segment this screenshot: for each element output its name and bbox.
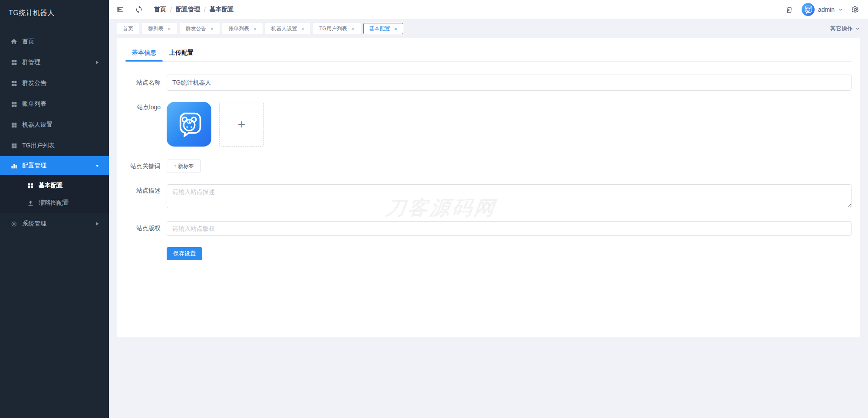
site-copyright-input[interactable]	[167, 221, 852, 236]
tab-label: 群列表	[148, 25, 164, 33]
site-description-label: 站点描述	[125, 184, 167, 195]
tab-label: 群发公告	[186, 25, 207, 33]
sidebar-item-label: 缩略图配置	[39, 199, 69, 207]
tab-bill-list[interactable]: 账单列表 ×	[222, 23, 263, 34]
collapse-menu-button[interactable]	[115, 4, 126, 15]
sidebar-item-basic-config[interactable]: 基本配置	[0, 177, 109, 194]
refresh-icon[interactable]	[133, 4, 145, 15]
site-logo-label: 站点logo	[125, 102, 167, 111]
tab-robot-settings[interactable]: 机器人设置 ×	[265, 23, 311, 34]
caret-right-icon	[95, 60, 99, 65]
grid-icon	[10, 101, 17, 108]
chevron-down-icon	[855, 26, 860, 31]
sidebar-item-label: 账单列表	[22, 100, 46, 108]
breadcrumb-item-home[interactable]: 首页	[154, 6, 166, 13]
more-actions-label: 其它操作	[830, 25, 853, 33]
sidebar-submenu-config: 基本配置 缩略图配置	[0, 175, 109, 213]
breadcrumb-separator: /	[204, 6, 206, 13]
sidebar-item-robot-settings[interactable]: 机器人设置	[0, 114, 109, 135]
sidebar-item-group-announcement[interactable]: 群发公告	[0, 73, 109, 94]
sidebar-item-label: 配置管理	[22, 162, 46, 170]
bear-logo-icon	[174, 109, 205, 140]
site-name-input[interactable]	[167, 75, 852, 91]
tab-label: 机器人设置	[271, 25, 297, 33]
tab-label: 账单列表	[228, 25, 249, 33]
sidebar-item-group-management[interactable]: 群管理	[0, 52, 109, 73]
form-row-description: 站点描述	[125, 184, 852, 210]
tab-group-list[interactable]: 群列表 ×	[142, 23, 177, 34]
sidebar-item-config-management[interactable]: 配置管理	[0, 156, 109, 175]
main-area: 首页 / 配置管理 / 基本配置	[109, 0, 868, 418]
trash-icon[interactable]	[784, 4, 795, 15]
sidebar: TG统计机器人 首页 群管理 群发	[0, 0, 109, 418]
sidebar-item-label: 基本配置	[39, 182, 63, 189]
topbar: 首页 / 配置管理 / 基本配置	[109, 0, 868, 19]
sidebar-item-label: 机器人设置	[22, 121, 53, 129]
sidebar-item-home[interactable]: 首页	[0, 31, 109, 52]
form-row-site-name: 站点名称	[125, 75, 852, 91]
page-tabs-bar: 首页 群列表 × 群发公告 × 账单列表 × 机器人设置 × TG用户列表 ×	[109, 19, 868, 38]
plus-icon: +	[238, 118, 246, 131]
tab-upload-config[interactable]: 上传配置	[163, 45, 200, 61]
grid-icon	[10, 142, 17, 149]
app-root: TG统计机器人 首页 群管理 群发	[0, 0, 868, 418]
gear-icon	[10, 220, 17, 227]
grid-icon	[10, 80, 17, 87]
bar-chart-icon	[10, 162, 17, 169]
form-row-keywords: 站点关键词 + 新标签	[125, 160, 852, 173]
sidebar-item-label: 系统管理	[22, 220, 46, 228]
user-menu[interactable]: admin	[802, 3, 843, 16]
username[interactable]: admin	[818, 6, 835, 13]
save-settings-button[interactable]: 保存设置	[167, 247, 202, 260]
close-tab-icon[interactable]: ×	[253, 26, 256, 32]
sidebar-item-tg-user-list[interactable]: TG用户列表	[0, 135, 109, 156]
site-description-input[interactable]	[167, 184, 852, 208]
sidebar-menu: 首页 群管理 群发公告 账单列	[0, 31, 109, 234]
logo-upload-button[interactable]: +	[219, 102, 264, 147]
site-copyright-label: 站点版权	[125, 225, 167, 232]
tab-label: 首页	[123, 25, 133, 33]
form-row-site-logo: 站点logo	[125, 102, 852, 147]
content-card: 基本信息 上传配置 站点名称 站点logo	[117, 38, 860, 337]
tab-label: TG用户列表	[319, 25, 347, 33]
close-tab-icon[interactable]: ×	[210, 26, 214, 32]
breadcrumb: 首页 / 配置管理 / 基本配置	[154, 6, 234, 13]
home-icon	[10, 38, 17, 45]
sidebar-item-label: 群管理	[22, 59, 40, 66]
close-tab-icon[interactable]: ×	[351, 26, 355, 32]
tab-basic-info[interactable]: 基本信息	[125, 45, 163, 61]
tab-tg-user-list[interactable]: TG用户列表 ×	[313, 23, 360, 34]
basic-config-form: 站点名称 站点logo	[125, 75, 852, 260]
form-row-copyright: 站点版权	[125, 221, 852, 236]
site-name-label: 站点名称	[125, 79, 167, 87]
close-tab-icon[interactable]: ×	[301, 26, 305, 32]
sidebar-item-label: 首页	[22, 38, 34, 46]
tab-basic-config[interactable]: 基本配置 ×	[363, 23, 404, 34]
site-keywords-label: 站点关键词	[125, 163, 167, 170]
close-tab-icon[interactable]: ×	[168, 26, 171, 32]
form-row-save: 保存设置	[125, 247, 852, 260]
caret-right-icon	[95, 222, 99, 226]
sidebar-item-bill-list[interactable]: 账单列表	[0, 94, 109, 114]
tab-home[interactable]: 首页	[117, 23, 139, 34]
topbar-right: admin	[784, 3, 861, 16]
close-tab-icon[interactable]: ×	[394, 26, 398, 32]
site-logo-preview[interactable]	[167, 102, 211, 147]
grid-icon	[10, 59, 17, 66]
breadcrumb-separator: /	[170, 6, 172, 13]
tab-group-announcement[interactable]: 群发公告 ×	[180, 23, 220, 34]
caret-down-icon	[95, 163, 99, 168]
gear-icon[interactable]	[850, 4, 861, 15]
avatar[interactable]	[802, 3, 815, 16]
more-actions-dropdown[interactable]: 其它操作	[830, 25, 860, 33]
grid-icon	[10, 121, 17, 128]
breadcrumb-item-config[interactable]: 配置管理	[176, 6, 200, 13]
sidebar-item-system-management[interactable]: 系统管理	[0, 213, 109, 234]
chevron-down-icon	[838, 7, 843, 12]
add-tag-button[interactable]: + 新标签	[167, 160, 201, 173]
sidebar-item-thumbnail-config[interactable]: 缩略图配置	[0, 194, 109, 212]
breadcrumb-item-basic: 基本配置	[210, 6, 234, 13]
grid-icon	[27, 182, 34, 189]
tab-label: 基本配置	[369, 25, 390, 33]
upload-icon	[27, 199, 34, 206]
